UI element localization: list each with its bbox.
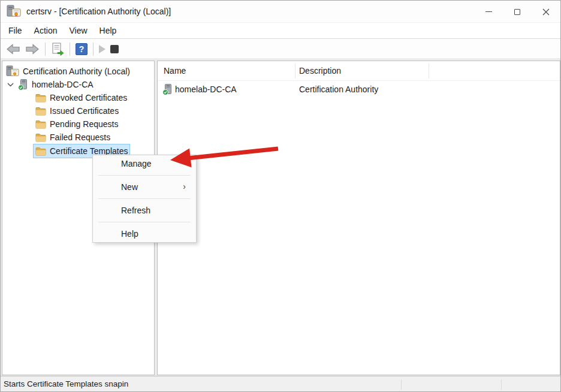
context-menu-label: Manage <box>121 159 152 168</box>
results-list-pane: Name Description homelab-DC-CA Certifica… <box>157 61 560 375</box>
toolbar-separator <box>45 43 46 56</box>
header-underline <box>158 80 560 81</box>
folder-icon <box>35 107 46 116</box>
status-bar: Starts Certificate Templates snapin <box>1 376 560 391</box>
context-menu-separator <box>98 175 191 176</box>
maximize-button[interactable] <box>503 1 532 23</box>
stop-icon <box>110 45 119 53</box>
column-header-name[interactable]: Name <box>164 66 186 76</box>
tree-node-revoked-certificates[interactable]: Revoked Certificates <box>34 91 129 104</box>
back-button[interactable] <box>6 44 20 55</box>
context-menu-label: Help <box>121 229 138 239</box>
toolbar: ? <box>1 40 560 58</box>
tree-node-issued-certificates[interactable]: Issued Certificates <box>34 104 120 117</box>
export-list-icon <box>51 43 64 56</box>
tree-folder-label: Pending Requests <box>50 119 118 129</box>
ca-server-icon <box>162 84 173 95</box>
context-menu-item-refresh[interactable]: Refresh <box>93 203 196 218</box>
minimize-button[interactable] <box>474 1 503 23</box>
window-title: certsrv - [Certification Authority (Loca… <box>26 7 171 16</box>
menu-file[interactable]: File <box>2 23 28 38</box>
certsrv-app-icon <box>7 5 21 18</box>
context-menu-item-new[interactable]: New › <box>93 180 196 194</box>
tree-folder-label: Failed Requests <box>50 132 110 142</box>
menu-action[interactable]: Action <box>28 23 64 38</box>
export-list-button[interactable] <box>51 43 64 56</box>
list-row-ca[interactable]: homelab-DC-CA Certification Authority <box>158 83 560 97</box>
forward-arrow-icon <box>25 44 40 55</box>
certification-authority-icon <box>6 65 19 77</box>
toolbar-separator <box>70 43 70 56</box>
help-icon: ? <box>76 43 88 55</box>
window-controls <box>474 1 560 23</box>
tree-node-failed-requests[interactable]: Failed Requests <box>34 131 112 144</box>
ca-server-icon <box>18 79 28 91</box>
start-service-button[interactable] <box>99 45 105 53</box>
context-menu-item-manage[interactable]: Manage <box>93 156 196 171</box>
column-resize-handle[interactable] <box>295 64 295 79</box>
tree-ca-label: homelab-DC-CA <box>32 80 94 89</box>
tree-node-pending-requests[interactable]: Pending Requests <box>34 117 120 131</box>
close-icon <box>542 8 550 16</box>
title-bar: certsrv - [Certification Authority (Loca… <box>1 1 560 23</box>
column-resize-handle[interactable] <box>429 64 429 79</box>
statusbar-separator <box>501 379 502 390</box>
context-menu: Manage New › Refresh Help <box>92 155 197 243</box>
menu-view[interactable]: View <box>63 23 93 38</box>
context-menu-separator <box>98 222 191 222</box>
chevron-expanded-icon[interactable] <box>7 83 14 87</box>
tree-root-label: Certification Authority (Local) <box>23 67 130 76</box>
submenu-chevron-icon: › <box>183 182 186 191</box>
close-button[interactable] <box>532 1 560 23</box>
context-menu-label: Refresh <box>121 206 150 215</box>
tree-folder-label: Revoked Certificates <box>50 93 127 102</box>
menu-bar: File Action View Help <box>1 23 560 39</box>
stop-service-button[interactable] <box>110 45 119 53</box>
list-cell-name: homelab-DC-CA <box>175 85 237 94</box>
tree-node-root[interactable]: Certification Authority (Local) <box>6 65 130 78</box>
minimize-icon <box>485 11 492 12</box>
menu-help[interactable]: Help <box>94 23 123 38</box>
forward-button[interactable] <box>25 44 40 55</box>
list-cell-description: Certification Authority <box>299 85 378 94</box>
column-header-description[interactable]: Description <box>299 66 341 76</box>
folder-icon <box>35 94 46 102</box>
tree-folder-label: Issued Certificates <box>50 106 119 116</box>
certsrv-window: { "window": { "title": "certsrv - [Certi… <box>0 0 561 392</box>
tree-node-ca[interactable]: homelab-DC-CA <box>18 78 94 91</box>
list-header: Name Description <box>158 61 560 81</box>
status-text: Starts Certificate Templates snapin <box>4 379 128 388</box>
toolbar-separator <box>93 43 94 56</box>
context-menu-separator <box>98 198 191 199</box>
back-arrow-icon <box>6 44 20 55</box>
folder-icon <box>35 120 46 129</box>
folder-icon <box>35 147 46 156</box>
context-menu-item-help[interactable]: Help <box>93 227 196 241</box>
maximize-icon <box>514 9 520 15</box>
statusbar-separator <box>401 379 402 390</box>
play-icon <box>99 45 105 53</box>
context-menu-label: New <box>121 182 138 192</box>
help-button[interactable]: ? <box>76 43 88 55</box>
folder-icon <box>35 133 46 142</box>
